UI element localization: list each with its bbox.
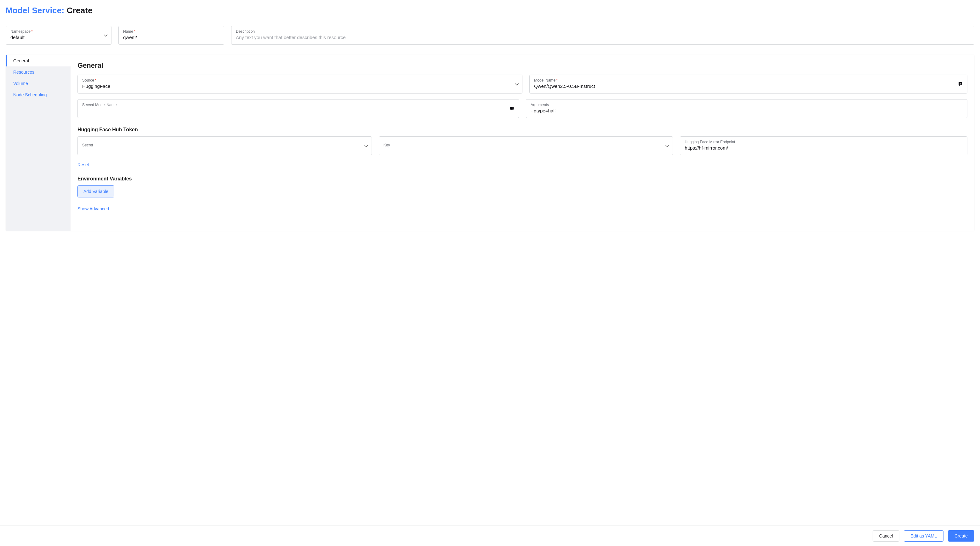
show-advanced-link[interactable]: Show Advanced	[78, 206, 109, 211]
source-label: Source*	[82, 78, 511, 83]
namespace-select[interactable]: Namespace* default	[6, 26, 111, 45]
description-input[interactable]	[236, 34, 970, 41]
key-select[interactable]: Key	[379, 136, 673, 155]
tab-node-scheduling[interactable]: Node Scheduling	[6, 89, 70, 100]
reset-link[interactable]: Reset	[78, 162, 89, 167]
chevron-down-icon	[665, 144, 668, 147]
tab-general[interactable]: General	[6, 55, 70, 67]
source-value: HuggingFace	[82, 83, 511, 89]
page-title: Model Service: Create	[6, 6, 974, 16]
tabbed-panel: General Resources Volume Node Scheduling…	[6, 55, 974, 231]
breadcrumb-current: Create	[67, 6, 92, 15]
svg-rect-0	[960, 83, 961, 83]
namespace-label: Namespace*	[10, 29, 100, 34]
namespace-value: default	[10, 34, 100, 41]
env-vars-title: Environment Variables	[78, 176, 967, 182]
chevron-down-icon	[515, 83, 518, 86]
description-label: Description	[236, 29, 970, 34]
tab-resources[interactable]: Resources	[6, 67, 70, 78]
name-label: Name*	[123, 29, 220, 34]
info-icon[interactable]	[958, 81, 963, 87]
chevron-down-icon	[364, 144, 368, 147]
model-name-label: Model Name*	[534, 78, 963, 83]
secret-select[interactable]: Secret	[78, 136, 372, 155]
hf-mirror-field[interactable]: Hugging Face Mirror Endpoint	[680, 136, 967, 155]
hf-mirror-label: Hugging Face Mirror Endpoint	[685, 140, 963, 144]
arguments-field[interactable]: Arguments	[526, 99, 967, 118]
tab-content: General Source* HuggingFace Model Name* …	[70, 55, 974, 231]
section-title-general: General	[78, 61, 967, 70]
arguments-input[interactable]	[531, 108, 963, 114]
tab-volume[interactable]: Volume	[6, 78, 70, 89]
served-model-name-label: Served Model Name	[82, 103, 514, 107]
arguments-label: Arguments	[531, 103, 963, 107]
add-variable-button[interactable]: Add Variable	[78, 185, 114, 197]
svg-rect-2	[512, 107, 512, 108]
divider	[6, 20, 974, 20]
served-model-name-input[interactable]	[82, 108, 514, 114]
info-icon[interactable]	[510, 106, 515, 111]
svg-rect-3	[512, 108, 512, 109]
model-name-input[interactable]	[534, 83, 963, 89]
name-input[interactable]	[123, 34, 220, 41]
model-name-field[interactable]: Model Name*	[529, 75, 967, 94]
key-label: Key	[383, 143, 662, 147]
description-field[interactable]: Description	[231, 26, 974, 45]
chevron-down-icon	[104, 34, 107, 37]
hf-token-title: Hugging Face Hub Token	[78, 127, 967, 132]
hf-mirror-input[interactable]	[685, 145, 963, 151]
tabs-sidebar: General Resources Volume Node Scheduling	[6, 55, 70, 231]
breadcrumb-model-service[interactable]: Model Service:	[6, 6, 64, 15]
served-model-name-field[interactable]: Served Model Name	[78, 99, 519, 118]
svg-rect-1	[960, 83, 961, 84]
source-select[interactable]: Source* HuggingFace	[78, 75, 522, 94]
name-field[interactable]: Name*	[118, 26, 224, 45]
secret-label: Secret	[82, 143, 360, 147]
